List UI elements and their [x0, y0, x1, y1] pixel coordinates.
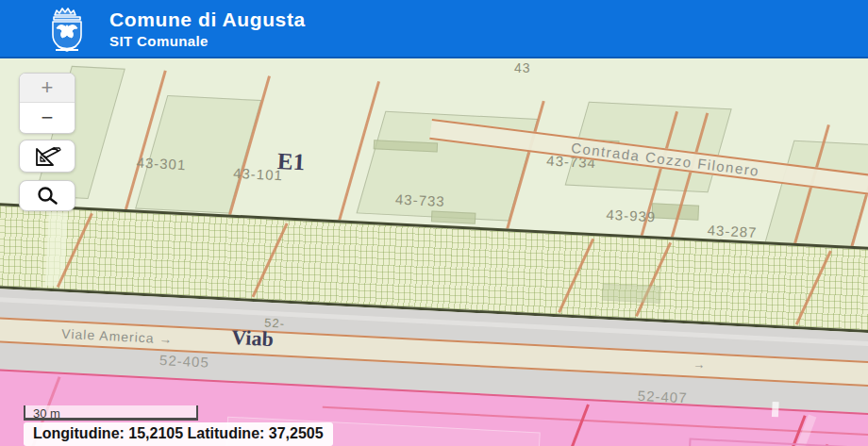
building-footprint — [602, 284, 661, 304]
map-canvas[interactable]: 43-301 43-101 E1 43-733 43-734 43-939 43… — [0, 58, 868, 446]
zoom-out-button[interactable]: − — [20, 103, 75, 132]
parcel-label: 43-733 — [395, 190, 446, 209]
zoom-control: + − — [19, 73, 75, 134]
parcel-label: 52- — [264, 316, 286, 331]
parcel-label: 43 — [514, 60, 531, 75]
magnifier-icon — [35, 185, 59, 207]
search-button[interactable] — [19, 180, 75, 211]
zoom-in-button[interactable]: + — [20, 74, 75, 103]
coordinate-readout: Longitudine: 15,2105 Latitudine: 37,2505 — [24, 422, 333, 446]
scale-bar-label: 30 m — [33, 406, 60, 421]
parcel-boundary-line — [795, 250, 831, 324]
scale-bar: 30 m — [24, 405, 198, 421]
cadastral-parcel — [765, 140, 868, 247]
measure-tool-button[interactable] — [19, 140, 75, 173]
map-terrain: 43-301 43-101 E1 43-733 43-734 43-939 43… — [0, 58, 868, 446]
parcel-label: 43-939 — [606, 206, 657, 225]
app-window: Comune di Augusta SIT Comunale — [0, 0, 868, 446]
measure-ruler-icon — [33, 145, 61, 168]
parcel-label: 52-405 — [159, 352, 210, 371]
app-title: Comune di Augusta — [109, 8, 306, 31]
access-marker — [772, 402, 779, 417]
parcel-boundary-line — [635, 242, 671, 317]
augusta-coat-of-arms-icon — [42, 4, 92, 55]
zone-boundary-line — [533, 404, 589, 446]
parcel-label: 43-301 — [136, 154, 187, 173]
one-way-arrow: → — [693, 357, 706, 372]
zone-label-e1: E1 — [276, 148, 306, 175]
app-header: Comune di Augusta SIT Comunale — [0, 0, 868, 58]
parcel-label: 43-287 — [707, 222, 758, 240]
parcel-boundary-line — [252, 223, 288, 297]
building-footprint — [686, 438, 868, 446]
building-footprint — [45, 212, 68, 287]
building-footprint — [431, 210, 476, 223]
app-subtitle: SIT Comunale — [109, 33, 209, 49]
parcel-boundary-line — [558, 239, 593, 313]
